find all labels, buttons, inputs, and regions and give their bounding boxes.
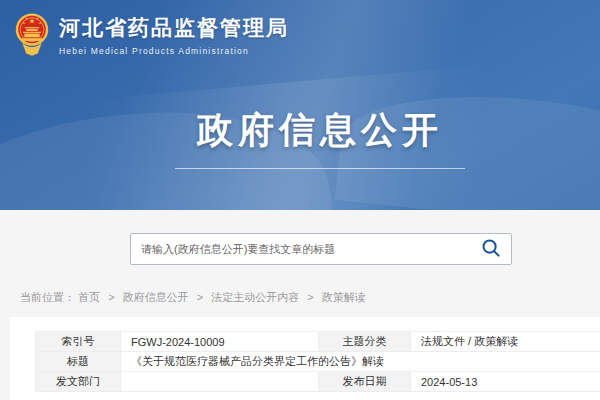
breadcrumb-statutory-disclosure[interactable]: 法定主动公开内容 bbox=[211, 291, 299, 303]
org-name-block: 河北省药品监督管理局 Hebei Medical Products Admini… bbox=[59, 14, 289, 56]
hero-banner: 河北省药品监督管理局 Hebei Medical Products Admini… bbox=[0, 0, 600, 210]
table-row-department: 发文部门 发布日期 2024-05-13 bbox=[36, 372, 600, 392]
national-emblem-icon bbox=[14, 12, 50, 58]
breadcrumb: 当前位置： 首页 > 政府信息公开 > 法定主动公开内容 > 政策解读 bbox=[20, 290, 600, 305]
topic-category-label: 主题分类 bbox=[319, 332, 411, 352]
page-body: 当前位置： 首页 > 政府信息公开 > 法定主动公开内容 > 政策解读 索引号 … bbox=[0, 210, 600, 400]
doc-title-label: 标题 bbox=[36, 352, 121, 372]
publish-date-label: 发布日期 bbox=[319, 372, 411, 392]
breadcrumb-separator: > bbox=[197, 291, 203, 303]
site-logo[interactable]: 河北省药品监督管理局 Hebei Medical Products Admini… bbox=[14, 12, 289, 58]
table-row-index: 索引号 FGWJ-2024-10009 主题分类 法规文件 / 政策解读 bbox=[36, 332, 600, 352]
breadcrumb-gov-info[interactable]: 政府信息公开 bbox=[123, 291, 189, 303]
breadcrumb-separator: > bbox=[108, 291, 114, 303]
index-number-label: 索引号 bbox=[36, 332, 121, 352]
issuing-department-value bbox=[121, 372, 319, 392]
title-underline bbox=[175, 168, 465, 169]
org-name-en: Hebei Medical Products Administration bbox=[59, 46, 289, 56]
topic-category-value: 法规文件 / 政策解读 bbox=[411, 332, 600, 352]
search-input[interactable] bbox=[141, 243, 481, 255]
breadcrumb-label: 当前位置： bbox=[20, 291, 75, 303]
doc-title-value: 《关于规范医疗器械产品分类界定工作的公告》解读 bbox=[121, 352, 600, 372]
breadcrumb-policy-interpretation[interactable]: 政策解读 bbox=[322, 291, 366, 303]
search-icon bbox=[481, 238, 501, 261]
document-info-table: 索引号 FGWJ-2024-10009 主题分类 法规文件 / 政策解读 标题 … bbox=[35, 331, 600, 392]
document-info-card: 索引号 FGWJ-2024-10009 主题分类 法规文件 / 政策解读 标题 … bbox=[10, 317, 600, 400]
table-row-title: 标题 《关于规范医疗器械产品分类界定工作的公告》解读 bbox=[36, 352, 600, 372]
breadcrumb-home[interactable]: 首页 bbox=[78, 291, 100, 303]
org-name-cn: 河北省药品监督管理局 bbox=[59, 14, 289, 42]
page-title: 政府信息公开 bbox=[0, 106, 600, 155]
search-button[interactable] bbox=[481, 238, 501, 261]
issuing-department-label: 发文部门 bbox=[36, 372, 121, 392]
publish-date-value: 2024-05-13 bbox=[411, 372, 600, 392]
index-number-value: FGWJ-2024-10009 bbox=[121, 332, 319, 352]
breadcrumb-separator: > bbox=[307, 291, 313, 303]
search-bar bbox=[130, 233, 512, 265]
